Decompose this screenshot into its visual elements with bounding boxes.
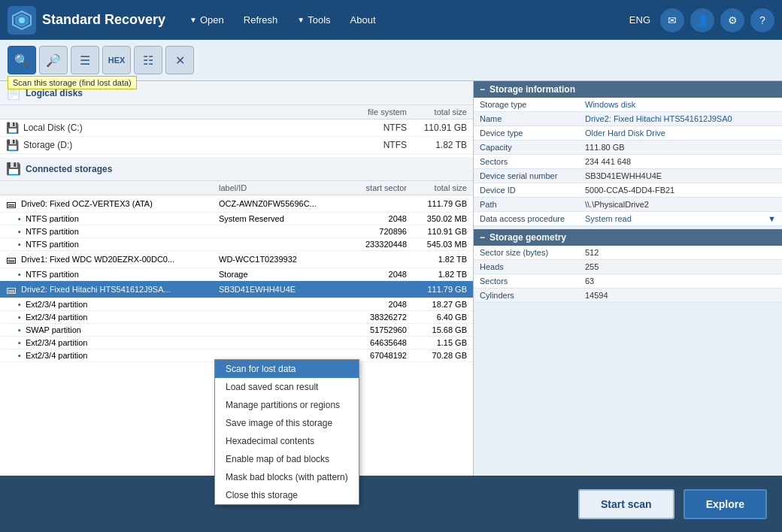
ctx-mask[interactable]: Mask bad blocks (with pattern) [215, 468, 359, 486]
info-row-device-id: Device ID 5000-CCA5-4DD4-FB21 [474, 183, 782, 198]
nav-tools[interactable]: ▼ Tools [288, 8, 339, 32]
part-icon: ▪ [18, 313, 21, 322]
drive2-icon: 🖴 [6, 283, 17, 295]
storage-info-header: − Storage information [474, 81, 782, 98]
ctx-save-image[interactable]: Save image of this storage [215, 414, 359, 432]
hex-button[interactable]: HEX [102, 46, 131, 74]
toolbar: 🔍 🔎 ☰ HEX ☷ ✕ Scan this storage (find lo… [0, 40, 782, 81]
info-row-serial: Device serial number SB3D41EWHH4U4E [474, 169, 782, 183]
scan-button[interactable]: 🔍 [8, 46, 36, 74]
right-panel: − Storage information Storage type Windo… [474, 81, 782, 476]
storage-info-section: − Storage information Storage type Windo… [474, 81, 782, 226]
app-logo-icon [8, 6, 36, 35]
part-icon: ▪ [18, 325, 21, 334]
explore-button[interactable]: Explore [683, 489, 767, 519]
drive2-part4[interactable]: ▪ Ext2/3/4 partition 64635648 1.15 GB [0, 337, 473, 349]
messages-button[interactable]: ✉ [660, 8, 684, 32]
storage-columns: label/ID start sector total size [0, 181, 473, 195]
search-button[interactable]: 🔎 [39, 46, 68, 74]
ctx-hex[interactable]: Hexadecimal contents [215, 432, 359, 450]
account-button[interactable]: 👤 [690, 8, 714, 32]
logical-disks-columns: file system total size [0, 105, 473, 119]
info-row-sectors: Sectors 234 441 648 [474, 155, 782, 169]
nav-right: ENG ✉ 👤 ⚙ ? [629, 8, 774, 32]
ctx-scan[interactable]: Scan for lost data [215, 360, 359, 378]
info-row-storage-type: Storage type Windows disk [474, 98, 782, 112]
disk-icon: 💾 [6, 139, 19, 151]
open-arrow-icon: ▼ [189, 16, 197, 24]
info-row-name: Name Drive2: Fixed Hitachi HTS541612J9SA… [474, 112, 782, 126]
storage-d[interactable]: 💾 Storage (D:) NTFS 1.82 TB [0, 137, 473, 154]
connected-storages-header: 💾 Connected storages [0, 157, 473, 181]
storage-geometry-table: Sector size (bytes) 512 Heads 255 Sector… [474, 246, 782, 303]
minus-icon2[interactable]: − [480, 232, 485, 243]
minus-icon: − [480, 84, 485, 95]
scan-tooltip: Scan this storage (find lost data) [8, 76, 137, 89]
language-selector[interactable]: ENG [629, 14, 650, 26]
close-button[interactable]: ✕ [165, 46, 194, 74]
topbar: Standard Recovery ▼ Open Refresh ▼ Tools… [0, 0, 782, 40]
logo-area: Standard Recovery [8, 6, 165, 35]
part-icon: ▪ [18, 214, 21, 223]
help-button[interactable]: ? [750, 8, 774, 32]
geo-row-heads: Heads 255 [474, 260, 782, 274]
ctx-bad-blocks[interactable]: Enable map of bad blocks [215, 450, 359, 468]
drive0-part3[interactable]: ▪ NTFS partition 233320448 545.03 MB [0, 238, 473, 251]
nav-about[interactable]: About [341, 8, 385, 32]
part-icon: ▪ [18, 300, 21, 309]
part-icon: ▪ [18, 240, 21, 249]
drive2-part2[interactable]: ▪ Ext2/3/4 partition 38326272 6.40 GB [0, 311, 473, 324]
disk-icon: 💾 [6, 122, 19, 134]
ctx-close[interactable]: Close this storage [215, 486, 359, 504]
drive1-row[interactable]: 🖴 Drive1: Fixed WDC WD20EZRX-00DC0... WD… [0, 251, 473, 268]
geo-row-sector-size: Sector size (bytes) 512 [474, 246, 782, 260]
part-icon: ▪ [18, 351, 21, 360]
drive2-part1[interactable]: ▪ Ext2/3/4 partition 2048 18.27 GB [0, 298, 473, 311]
main-content: 📄 Logical disks file system total size 💾… [0, 81, 782, 476]
drive0-icon: 🖴 [6, 198, 17, 210]
app-title: Standard Recovery [42, 12, 165, 28]
part-icon: ▪ [18, 338, 21, 347]
bottom-bar: Start scan Explore [0, 476, 782, 532]
partition-button[interactable]: ☰ [71, 46, 99, 74]
local-disk-c[interactable]: 💾 Local Disk (C:) NTFS 110.91 GB [0, 119, 473, 137]
drive0-row[interactable]: 🖴 Drive0: Fixed OCZ-VERTEX3 (ATA) OCZ-AW… [0, 195, 473, 213]
info-row-capacity: Capacity 111.80 GB [474, 141, 782, 155]
list-button[interactable]: ☷ [134, 46, 162, 74]
svg-point-2 [19, 17, 25, 23]
drive1-part1[interactable]: ▪ NTFS partition Storage 2048 1.82 TB [0, 268, 473, 281]
info-row-access: Data access procedure System read ▼ [474, 212, 782, 226]
ctx-load[interactable]: Load saved scan result [215, 378, 359, 396]
settings-button[interactable]: ⚙ [720, 8, 744, 32]
nav-refresh[interactable]: Refresh [235, 8, 287, 32]
part-icon: ▪ [18, 227, 21, 236]
storage-geometry-header: − Storage geometry [474, 229, 782, 246]
drive1-icon: 🖴 [6, 253, 17, 265]
start-scan-button[interactable]: Start scan [578, 489, 674, 519]
drive0-part1[interactable]: ▪ NTFS partition System Reserved 2048 35… [0, 213, 473, 225]
storage-info-table: Storage type Windows disk Name Drive2: F… [474, 98, 782, 226]
ctx-manage[interactable]: Manage partitions or regions [215, 396, 359, 414]
drive2-part3[interactable]: ▪ SWAP partition 51752960 15.68 GB [0, 324, 473, 337]
geo-row-cylinders: Cylinders 14594 [474, 289, 782, 303]
context-menu: Scan for lost data Load saved scan resul… [214, 359, 359, 505]
drive2-row[interactable]: 🖴 Drive2: Fixed Hitachi HTS541612J9SA...… [0, 281, 473, 298]
dropdown-arrow-icon: ▼ [768, 214, 776, 223]
storages-icon: 💾 [6, 162, 21, 176]
drive0-part2[interactable]: ▪ NTFS partition 720896 110.91 GB [0, 225, 473, 238]
storage-geometry-section: − Storage geometry Sector size (bytes) 5… [474, 229, 782, 303]
nav-open[interactable]: ▼ Open [180, 8, 233, 32]
tools-arrow-icon: ▼ [297, 16, 305, 24]
part-icon: ▪ [18, 270, 21, 279]
info-row-device-type: Device type Older Hard Disk Drive [474, 126, 782, 141]
geo-row-sectors: Sectors 63 [474, 274, 782, 289]
info-row-path: Path \\.\PhysicalDrive2 [474, 198, 782, 212]
nav-menu: ▼ Open Refresh ▼ Tools About [180, 8, 385, 32]
